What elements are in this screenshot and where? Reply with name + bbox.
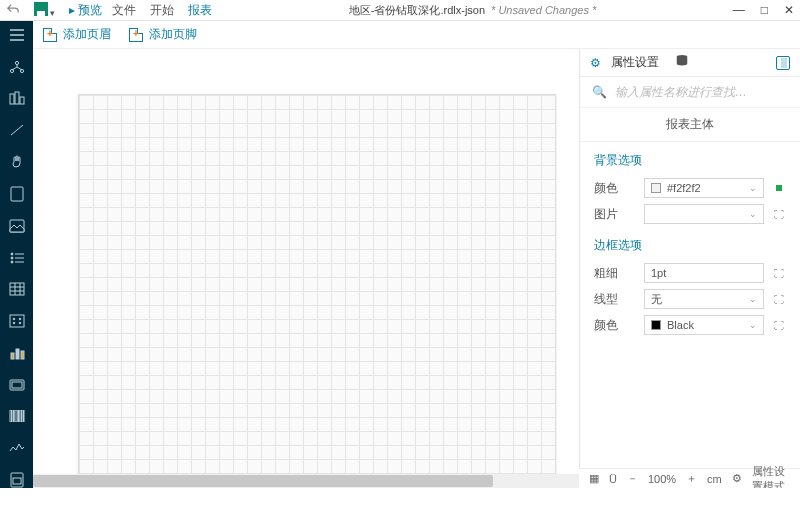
- settings-gear-icon[interactable]: ⚙: [732, 472, 742, 485]
- svg-rect-5: [20, 97, 24, 104]
- expand-icon[interactable]: ⛶: [772, 292, 786, 306]
- chart-grid-icon[interactable]: [8, 91, 26, 107]
- unsaved-indicator: * Unsaved Changes *: [491, 4, 596, 16]
- svg-rect-25: [18, 410, 19, 422]
- svg-point-14: [19, 318, 21, 320]
- report-toolbar: 添加页眉 添加页脚: [33, 21, 800, 49]
- expand-icon[interactable]: ⛶: [772, 318, 786, 332]
- svg-point-16: [19, 322, 21, 324]
- page-footer-icon: [129, 28, 143, 42]
- svg-rect-27: [23, 410, 24, 422]
- border-style-field[interactable]: 无⌄: [644, 289, 764, 309]
- subreport-icon[interactable]: [8, 472, 26, 488]
- menu-start[interactable]: 开始: [150, 2, 174, 19]
- bar-chart-icon[interactable]: [8, 345, 26, 361]
- svg-rect-17: [11, 353, 14, 359]
- chevron-down-icon: ⌄: [749, 320, 757, 330]
- unit-label[interactable]: cm: [707, 473, 722, 485]
- snap-icon[interactable]: Ü: [609, 473, 617, 485]
- chevron-down-icon: ⌄: [749, 209, 757, 219]
- prop-bg-image: 图片 ⌄ ⛶: [580, 201, 800, 227]
- nodes-icon[interactable]: [8, 59, 26, 75]
- border-width-field[interactable]: 1pt: [644, 263, 764, 283]
- design-canvas[interactable]: [33, 49, 579, 488]
- expand-icon[interactable]: [772, 181, 786, 195]
- zoom-level[interactable]: 100%: [648, 473, 676, 485]
- search-input[interactable]: [615, 85, 788, 99]
- svg-rect-12: [10, 315, 24, 327]
- gear-icon[interactable]: ⚙: [590, 56, 601, 70]
- group-background: 背景选项: [580, 142, 800, 175]
- prop-bg-color: 颜色 #f2f2f2 ⌄: [580, 175, 800, 201]
- document-title: 地区-省份钻取深化.rdlx-json* Unsaved Changes *: [222, 3, 722, 18]
- svg-rect-22: [10, 410, 12, 422]
- play-icon: ▸: [69, 3, 78, 17]
- chevron-down-icon[interactable]: ▾: [50, 8, 55, 18]
- close-button[interactable]: ✕: [784, 3, 794, 17]
- barcode-icon[interactable]: [8, 409, 26, 425]
- maximize-button[interactable]: □: [761, 3, 768, 17]
- bg-image-field[interactable]: ⌄: [644, 204, 764, 224]
- chevron-down-icon: ⌄: [749, 183, 757, 193]
- menu-file[interactable]: 文件: [112, 2, 136, 19]
- svg-point-10: [11, 261, 13, 263]
- prop-border-color: 颜色 Black ⌄ ⛶: [580, 312, 800, 338]
- add-footer-button[interactable]: 添加页脚: [129, 26, 197, 43]
- svg-point-13: [13, 318, 15, 320]
- save-icon: [34, 2, 48, 16]
- page-header-icon: [43, 28, 57, 42]
- hamburger-icon[interactable]: [8, 27, 26, 43]
- search-icon: 🔍: [592, 85, 607, 99]
- preview-button[interactable]: ▸ 预览: [69, 2, 102, 19]
- grid-icon[interactable]: ▦: [589, 472, 599, 485]
- report-page[interactable]: [78, 94, 556, 488]
- property-search: 🔍: [580, 77, 800, 108]
- svg-rect-21: [12, 382, 22, 388]
- save-button[interactable]: ▾: [34, 2, 55, 19]
- layout-toggle-icon[interactable]: [776, 56, 790, 70]
- expand-icon[interactable]: ⛶: [772, 266, 786, 280]
- zoom-in-button[interactable]: ＋: [686, 471, 697, 486]
- status-bar: ▦ Ü － 100% ＋ cm ⚙ 属性设置模式: [579, 468, 800, 488]
- undo-button[interactable]: [6, 2, 20, 19]
- mode-label[interactable]: 属性设置模式: [752, 464, 790, 489]
- svg-rect-24: [15, 410, 17, 422]
- expand-icon[interactable]: ⛶: [772, 207, 786, 221]
- document-icon[interactable]: [8, 186, 26, 202]
- matrix-icon[interactable]: [8, 313, 26, 329]
- chevron-down-icon: ⌄: [749, 294, 757, 304]
- svg-point-9: [11, 257, 13, 259]
- svg-rect-29: [13, 478, 21, 484]
- horizontal-scrollbar[interactable]: [33, 474, 579, 488]
- line-icon[interactable]: [8, 122, 26, 138]
- color-swatch-icon: [651, 320, 661, 330]
- properties-panel: ⚙ 属性设置 🔍 报表主体 背景选项 颜色 #f2f2f2: [579, 49, 800, 488]
- svg-rect-23: [13, 410, 14, 422]
- content-area: 添加页眉 添加页脚 ⚙ 属性设置 🔍: [33, 21, 800, 488]
- panel-header: ⚙ 属性设置: [580, 49, 800, 77]
- database-icon[interactable]: [675, 54, 689, 71]
- image-icon[interactable]: [8, 218, 26, 234]
- menu-report[interactable]: 报表: [188, 2, 212, 19]
- prop-border-width: 粗细 1pt ⛶: [580, 260, 800, 286]
- svg-rect-26: [20, 410, 22, 422]
- scroll-thumb[interactable]: [33, 475, 493, 487]
- list-icon[interactable]: [8, 250, 26, 266]
- container-icon[interactable]: [8, 377, 26, 393]
- bg-color-field[interactable]: #f2f2f2 ⌄: [644, 178, 764, 198]
- border-color-field[interactable]: Black ⌄: [644, 315, 764, 335]
- svg-rect-4: [15, 92, 19, 104]
- add-header-button[interactable]: 添加页眉: [43, 26, 111, 43]
- group-border: 边框选项: [580, 227, 800, 260]
- prop-border-style: 线型 无⌄ ⛶: [580, 286, 800, 312]
- zoom-out-button[interactable]: －: [627, 471, 638, 486]
- sparkline-icon[interactable]: [8, 440, 26, 456]
- menu-bar: ▾ ▸ 预览 文件 开始 报表 地区-省份钻取深化.rdlx-json* Uns…: [0, 0, 800, 21]
- svg-rect-11: [10, 283, 24, 295]
- design-canvas-wrap: ⚙ 属性设置 🔍 报表主体 背景选项 颜色 #f2f2f2: [33, 49, 800, 488]
- hand-icon[interactable]: [8, 154, 26, 170]
- minimize-button[interactable]: —: [733, 3, 745, 17]
- svg-point-15: [13, 322, 15, 324]
- table-icon[interactable]: [8, 282, 26, 298]
- svg-point-8: [11, 253, 13, 255]
